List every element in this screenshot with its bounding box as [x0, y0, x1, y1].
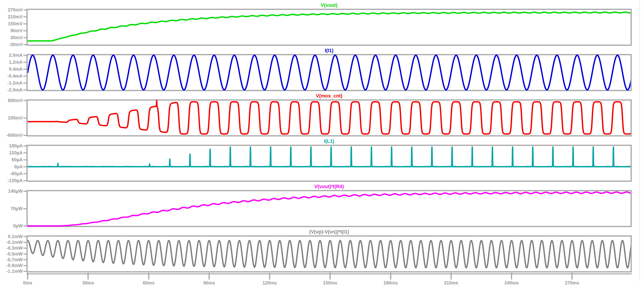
y-axis-tick — [23, 166, 26, 167]
pane-title-source-power[interactable]: (V(vp)-V(vn))*I(I1) — [28, 229, 630, 235]
y-tick-label: 140µW — [0, 189, 22, 194]
y-tick-label: -60µA — [0, 171, 22, 176]
y-tick-label: 0.1mW — [0, 234, 22, 239]
y-axis-tick — [23, 89, 26, 90]
y-axis-tick — [23, 208, 26, 209]
x-tick-label: 240ms — [495, 280, 528, 286]
y-axis-tick — [23, 248, 26, 249]
y-axis-tick — [23, 55, 26, 56]
y-axis-tick — [23, 16, 26, 17]
x-axis-tick — [450, 273, 452, 280]
y-tick-label: -0.9mW — [0, 263, 22, 268]
y-tick-label: -0.5mW — [0, 251, 22, 257]
x-axis-tick — [330, 273, 331, 280]
x-axis-tick — [148, 273, 149, 280]
y-tick-label: 800mV — [0, 98, 22, 103]
x-tick-label: 0ms — [12, 280, 44, 286]
y-axis-tick — [23, 100, 26, 101]
y-tick-label: 150mV — [0, 21, 22, 26]
y-tick-label: -0.3mW — [0, 245, 22, 251]
y-axis-tick — [23, 180, 26, 181]
pane-title-vout[interactable]: V(vout) — [28, 2, 630, 8]
pane-title-l1[interactable]: I(L1) — [28, 138, 630, 144]
y-axis-tick — [23, 191, 26, 192]
y-axis-tick — [23, 152, 26, 153]
x-axis-tick — [511, 273, 512, 280]
x-axis-tick — [269, 273, 270, 280]
y-tick-label: 0.4mA — [0, 66, 22, 72]
trace-canvas[interactable] — [0, 0, 644, 290]
y-axis-tick — [23, 135, 26, 136]
y-tick-label: 30mV — [0, 35, 22, 40]
y-tick-label: 0µW — [0, 223, 22, 229]
y-axis-tick — [23, 259, 26, 260]
y-axis-tick — [23, 30, 26, 31]
y-axis-tick — [23, 69, 26, 70]
y-tick-label: 0µA — [0, 164, 22, 169]
y-axis-tick — [23, 236, 26, 237]
x-tick-label: 180ms — [374, 280, 407, 286]
y-axis-tick — [23, 76, 26, 77]
y-axis-tick — [23, 173, 26, 174]
y-tick-label: -120µA — [0, 178, 22, 183]
x-axis-tick — [572, 273, 572, 280]
y-tick-label: 70µW — [0, 206, 22, 211]
y-axis-tick — [23, 118, 26, 119]
x-tick-label: 30ms — [72, 280, 104, 286]
x-axis-tick — [88, 273, 89, 280]
x-axis-tick — [27, 273, 28, 280]
y-tick-label: 180µA — [0, 143, 22, 149]
y-tick-label: -600mV — [0, 133, 22, 138]
y-axis-tick — [23, 37, 26, 38]
y-axis-tick — [23, 62, 26, 63]
x-tick-label: 210ms — [435, 280, 467, 286]
y-tick-label: 120µA — [0, 150, 22, 155]
y-tick-label: 270mV — [0, 7, 22, 12]
y-axis-tick — [23, 145, 26, 146]
y-axis-tick — [23, 44, 26, 45]
y-tick-label: 100mV — [0, 115, 22, 121]
y-tick-label: -0.1mW — [0, 240, 22, 245]
x-tick-label: 120ms — [253, 280, 286, 286]
x-tick-label: 90ms — [193, 280, 226, 286]
y-axis-tick — [23, 159, 26, 160]
y-tick-label: -1.1mW — [0, 269, 22, 274]
y-axis-tick — [23, 23, 26, 24]
y-tick-label: 1.2mA — [0, 59, 22, 65]
x-tick-label: 270ms — [556, 280, 588, 286]
y-axis-tick — [23, 242, 26, 243]
y-axis-tick — [23, 226, 26, 227]
waveform-viewer: 270mV210mV150mV90mV30mV-30mV2.0mA1.2mA0.… — [0, 0, 644, 290]
y-tick-label: -30mV — [0, 42, 22, 47]
x-axis-tick — [208, 273, 210, 280]
y-axis-tick — [23, 9, 26, 10]
y-tick-label: -0.7mW — [0, 257, 22, 262]
x-tick-label: 150ms — [314, 280, 346, 286]
y-tick-label: 90mV — [0, 28, 22, 33]
pane-title-i1[interactable]: I(I1) — [28, 48, 630, 53]
y-axis-tick — [23, 254, 26, 255]
y-axis-tick — [23, 271, 26, 272]
y-axis-tick — [23, 82, 26, 84]
pane-title-vout-ir4[interactable]: V(vout)*I(R4) — [28, 184, 630, 189]
x-axis-tick — [390, 273, 391, 280]
x-axis-line — [26, 273, 632, 274]
y-tick-label: -0.4mA — [0, 73, 22, 79]
y-tick-label: 60µA — [0, 157, 22, 162]
y-tick-label: -1.2mA — [0, 80, 22, 86]
y-tick-label: 210mV — [0, 14, 22, 19]
y-axis-tick — [23, 265, 26, 266]
x-tick-label: 60ms — [132, 280, 165, 286]
pane-title-mos-cnt[interactable]: V(mos_cnt) — [28, 93, 630, 99]
y-tick-label: -2.0mA — [0, 87, 22, 93]
y-tick-label: 2.0mA — [0, 52, 22, 58]
